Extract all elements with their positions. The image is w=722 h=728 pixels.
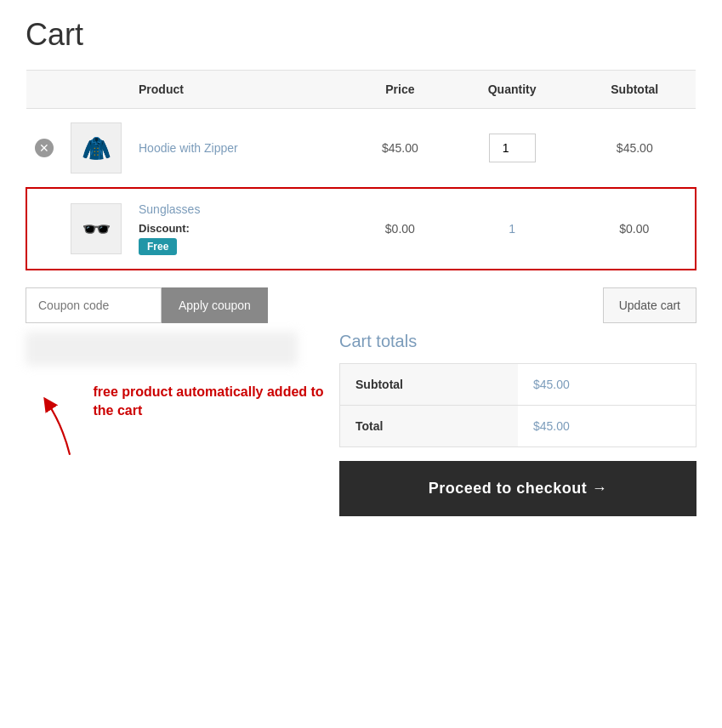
product-thumbnail-sunglasses: 🕶️ [71,203,122,254]
coupon-update-row: Apply coupon Update cart [26,287,696,323]
subtotal-row: Subtotal $45.00 [340,364,696,406]
product-link-hoodie[interactable]: Hoodie with Zipper [139,141,238,155]
apply-coupon-button[interactable]: Apply coupon [162,287,268,323]
discount-label: Discount: [139,222,190,235]
cart-totals-section: Cart totals Subtotal $45.00 Total $45.00… [339,332,696,516]
header-subtotal: Subtotal [574,71,696,109]
checkout-button[interactable]: Proceed to checkout → [339,461,696,516]
total-value: $45.00 [518,406,696,447]
product-link-sunglasses[interactable]: Sunglasses [139,202,200,216]
page-title: Cart [26,17,696,53]
coupon-input[interactable] [26,287,162,323]
annotation-text: free product automatically added to the … [93,383,339,421]
quantity-input-hoodie[interactable] [489,134,536,162]
total-label: Total [340,406,519,447]
product-subtotal-sunglasses: $0.00 [574,188,696,270]
quantity-sunglasses: 1 [509,222,515,236]
total-row: Total $45.00 [340,406,696,447]
remove-item-button[interactable]: ✕ [35,139,54,157]
update-cart-button[interactable]: Update cart [603,287,696,323]
subtotal-value: $45.00 [518,364,696,406]
header-price: Price [350,71,451,109]
table-row: ✕ 🧥 Hoodie with Zipper $45.00 $45.00 [26,109,696,189]
blurred-content [26,332,298,366]
product-price: $45.00 [350,109,451,189]
product-thumbnail: 🧥 [71,122,122,173]
left-section: free product automatically added to the … [26,332,339,516]
cart-totals-title: Cart totals [339,332,696,351]
subtotal-label: Subtotal [340,364,519,406]
cart-table: Product Price Quantity Subtotal ✕ 🧥 Hood… [26,70,696,270]
header-product: Product [130,71,350,109]
layout-bottom: free product automatically added to the … [26,332,696,516]
product-price-sunglasses: $0.00 [350,188,451,270]
totals-table: Subtotal $45.00 Total $45.00 [339,363,696,447]
table-row-sunglasses: 🕶️ Sunglasses Discount: Free $0.00 1 $0.… [26,188,696,270]
header-quantity: Quantity [451,71,574,109]
product-subtotal: $45.00 [574,109,696,189]
annotation-arrow [26,383,84,468]
free-badge: Free [139,238,177,255]
